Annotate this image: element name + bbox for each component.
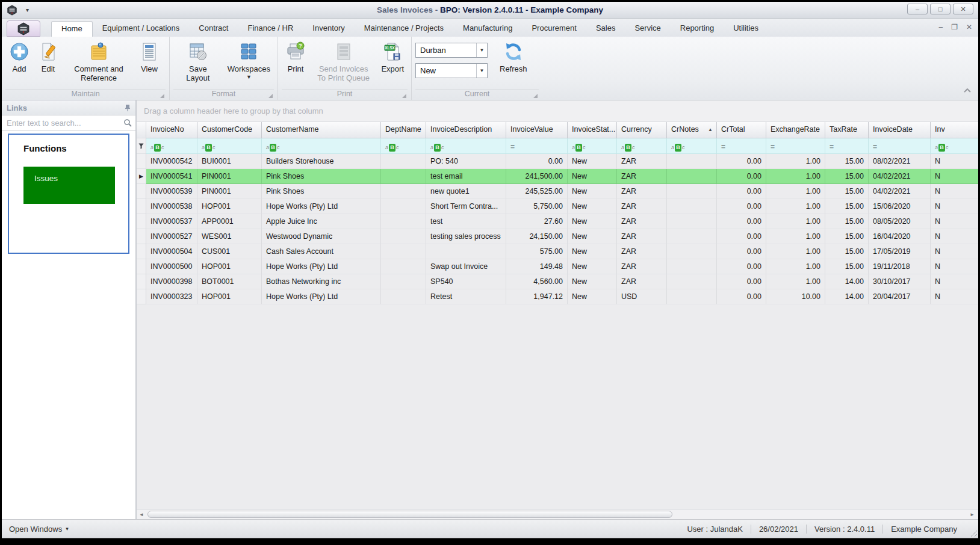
cell-InvoiceDescription: Short Term Contra... bbox=[426, 199, 506, 214]
refresh-button[interactable]: Refresh bbox=[496, 39, 531, 75]
table-row[interactable]: INV0000398BOT0001Bothas Networking incSP… bbox=[137, 274, 978, 289]
filter-cell-Currency[interactable]: aBc bbox=[617, 138, 667, 154]
workspaces-button[interactable]: Workspaces ▼ bbox=[224, 39, 274, 81]
tab-maintenance-projects[interactable]: Maintenance / Projects bbox=[355, 21, 453, 37]
cell-InvoiceNo: INV0000500 bbox=[146, 259, 197, 274]
cell-Currency: ZAR bbox=[617, 154, 667, 169]
table-row[interactable]: INV0000537APP0001Apple Juice Inctest27.6… bbox=[137, 214, 978, 229]
filter-indicator-cell[interactable] bbox=[137, 138, 146, 154]
filter-cell-Inv[interactable]: aBc bbox=[931, 138, 978, 154]
column-header-CrNotes[interactable]: CrNotes▲ bbox=[667, 122, 717, 138]
filter-cell-TaxRate[interactable]: = bbox=[825, 138, 869, 154]
table-row[interactable]: INV0000539PIN0001Pink Shoesnew quote1245… bbox=[137, 184, 978, 199]
search-input[interactable] bbox=[2, 119, 123, 128]
group-by-panel[interactable]: Drag a column header here to group by th… bbox=[137, 100, 978, 122]
filter-cell-InvoiceDescription[interactable]: aBc bbox=[426, 138, 506, 154]
filter-cell-CustomerName[interactable]: aBc bbox=[262, 138, 381, 154]
tab-reporting[interactable]: Reporting bbox=[671, 21, 724, 37]
column-header-Currency[interactable]: Currency bbox=[617, 122, 667, 138]
column-header-ExchangeRate[interactable]: ExchangeRate bbox=[766, 122, 825, 138]
column-header-CustomerCode[interactable]: CustomerCode bbox=[197, 122, 262, 138]
column-header-CustomerName[interactable]: CustomerName bbox=[262, 122, 381, 138]
maximize-button[interactable]: □ bbox=[930, 4, 951, 14]
filter-cell-CustomerCode[interactable]: aBc bbox=[197, 138, 262, 154]
column-header-InvoiceValue[interactable]: InvoiceValue bbox=[506, 122, 568, 138]
chevron-up-icon bbox=[963, 87, 972, 94]
mdi-minimize-button[interactable]: – bbox=[938, 23, 943, 31]
scroll-left-arrow[interactable]: ◄ bbox=[137, 512, 146, 517]
filter-cell-InvoiceValue[interactable]: = bbox=[506, 138, 568, 154]
column-header-InvoiceDate[interactable]: InvoiceDate bbox=[869, 122, 931, 138]
column-header-DeptName[interactable]: DeptName bbox=[381, 122, 426, 138]
tab-manufacturing[interactable]: Manufacturing bbox=[453, 21, 522, 37]
open-windows-button[interactable]: Open Windows ▾ bbox=[2, 525, 69, 534]
close-button[interactable]: ✕ bbox=[953, 4, 973, 14]
cell-TaxRate: 15.00 bbox=[825, 229, 869, 244]
format-dialog-launcher[interactable] bbox=[268, 94, 273, 98]
tab-home[interactable]: Home bbox=[51, 21, 93, 37]
cell-TaxRate: 15.00 bbox=[825, 199, 869, 214]
table-row[interactable]: ▶INV0000541PIN0001Pink Shoestest email24… bbox=[137, 169, 978, 184]
tab-utilities[interactable]: Utilities bbox=[724, 21, 768, 37]
site-combo[interactable]: Durban ▼ bbox=[415, 43, 488, 58]
column-header-InvoiceDescription[interactable]: InvoiceDescription bbox=[426, 122, 506, 138]
export-button[interactable]: XLSX Export bbox=[377, 39, 408, 75]
print-dialog-launcher[interactable] bbox=[402, 94, 406, 98]
table-row[interactable]: INV0000538HOP001Hope Works (Pty) LtdShor… bbox=[137, 199, 978, 214]
column-header-InvoiceNo[interactable]: InvoiceNo bbox=[146, 122, 197, 138]
column-header-CrTotal[interactable]: CrTotal bbox=[717, 122, 766, 138]
mdi-restore-button[interactable]: ❐ bbox=[951, 23, 958, 31]
table-row[interactable]: INV0000500HOP001Hope Works (Pty) LtdSwap… bbox=[137, 259, 978, 274]
collapse-ribbon-button[interactable] bbox=[963, 85, 972, 96]
tab-sales[interactable]: Sales bbox=[586, 21, 625, 37]
application-menu-button[interactable] bbox=[7, 20, 40, 37]
column-header-TaxRate[interactable]: TaxRate bbox=[825, 122, 869, 138]
filter-cell-InvoiceStatus[interactable]: aBc bbox=[568, 138, 617, 154]
horizontal-scrollbar[interactable]: ◄ ► bbox=[137, 509, 978, 519]
pin-icon[interactable] bbox=[125, 104, 131, 111]
table-row[interactable]: INV0000504CUS001Cash Sales Account575.00… bbox=[137, 244, 978, 259]
status-combo[interactable]: New ▼ bbox=[415, 63, 488, 78]
group-label-format: Format bbox=[173, 89, 274, 100]
mdi-close-button[interactable]: ✕ bbox=[966, 23, 972, 31]
table-row[interactable]: INV0000323HOP001Hope Works (Pty) LtdRete… bbox=[137, 289, 978, 304]
abc-filter-icon: aBc bbox=[202, 144, 216, 152]
tab-finance-hr[interactable]: Finance / HR bbox=[238, 21, 303, 37]
scrollbar-thumb[interactable] bbox=[147, 511, 672, 518]
grid-viewport: InvoiceNoCustomerCodeCustomerNameDeptNam… bbox=[137, 122, 978, 509]
table-row[interactable]: INV0000527WES001Westwood Dynamictesting … bbox=[137, 229, 978, 244]
cell-InvoiceDate: 16/04/2020 bbox=[869, 229, 931, 244]
tab-inventory[interactable]: Inventory bbox=[303, 21, 354, 37]
quick-access-caret-icon[interactable]: ▾ bbox=[26, 7, 29, 13]
filter-cell-ExchangeRate[interactable]: = bbox=[766, 138, 825, 154]
tab-service[interactable]: Service bbox=[625, 21, 670, 37]
add-button[interactable]: Add bbox=[5, 39, 33, 75]
scroll-right-arrow[interactable]: ► bbox=[967, 512, 977, 517]
send-invoices-to-print-queue-button[interactable]: Send Invoices To Print Queue bbox=[311, 39, 376, 84]
column-header-InvoiceStatus[interactable]: InvoiceStat... bbox=[568, 122, 617, 138]
tab-contract[interactable]: Contract bbox=[189, 21, 238, 37]
filter-cell-InvoiceNo[interactable]: aBc bbox=[146, 138, 197, 154]
save-layout-button[interactable]: Save Layout bbox=[173, 39, 223, 84]
print-button[interactable]: ? Print bbox=[282, 39, 309, 75]
maintain-dialog-launcher[interactable] bbox=[160, 94, 164, 98]
current-dialog-launcher[interactable] bbox=[533, 94, 538, 98]
tab-procurement[interactable]: Procurement bbox=[522, 21, 586, 37]
comment-and-reference-button[interactable]: Comment and Reference bbox=[63, 39, 134, 84]
edit-button[interactable]: Edit bbox=[34, 39, 62, 75]
filter-cell-CrTotal[interactable]: = bbox=[717, 138, 766, 154]
table-row[interactable]: INV0000542BUI0001Builders StorehousePO: … bbox=[137, 154, 978, 169]
tab-equipment-locations[interactable]: Equipment / Locations bbox=[93, 21, 190, 37]
abc-filter-icon: aBc bbox=[385, 144, 399, 152]
issues-button[interactable]: Issues bbox=[23, 167, 115, 204]
view-button[interactable]: View bbox=[135, 39, 163, 75]
cell-InvoiceStatus: New bbox=[568, 184, 617, 199]
column-header-Inv[interactable]: Inv bbox=[931, 122, 978, 138]
filter-cell-DeptName[interactable]: aBc bbox=[381, 138, 426, 154]
resize-grip[interactable] bbox=[969, 529, 977, 537]
cell-CrTotal: 0.00 bbox=[717, 184, 766, 199]
search-icon[interactable] bbox=[123, 119, 132, 127]
filter-cell-CrNotes[interactable]: aBc bbox=[667, 138, 717, 154]
minimize-button[interactable]: – bbox=[907, 4, 928, 14]
filter-cell-InvoiceDate[interactable]: = bbox=[869, 138, 931, 154]
